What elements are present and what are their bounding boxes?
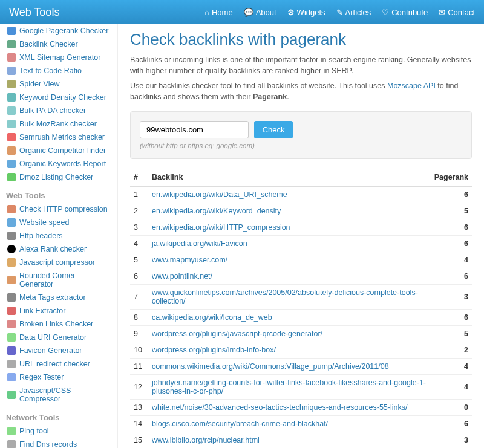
row-index: 6 <box>130 268 148 285</box>
sidebar-link[interactable]: Alexa Rank checker <box>19 245 87 253</box>
ic-js-icon <box>7 258 16 267</box>
sidebar-item[interactable]: Ping tool <box>6 424 111 438</box>
nav-home[interactable]: ⌂Home <box>204 8 233 17</box>
sidebar-link[interactable]: Find Dns records <box>19 440 77 448</box>
sidebar-link[interactable]: Text to Code Ratio <box>19 67 82 75</box>
sidebar-link[interactable]: Semrush Metrics checker <box>19 133 105 141</box>
sidebar-link[interactable]: URL redirect checker <box>19 360 90 368</box>
sidebar-item[interactable]: Keyword Density Checker <box>6 91 111 104</box>
backlink-link[interactable]: wordpress.org/plugins/javascript-qrcode-… <box>152 330 322 338</box>
sidebar-item[interactable]: Bulk PA DA checker <box>6 104 111 117</box>
sidebar-item[interactable]: Spider View <box>6 77 111 91</box>
sidebar-link[interactable]: Keyword Density Checker <box>19 93 106 102</box>
backlink-link[interactable]: ja.wikipedia.org/wiki/Favicon <box>152 239 247 248</box>
sidebar-link[interactable]: Regex Tester <box>19 373 64 381</box>
backlink-link[interactable]: www.ibiblio.org/rcip/nuclear.html <box>152 436 260 444</box>
sidebar-link[interactable]: Broken Links Checker <box>19 320 93 328</box>
sidebar-item[interactable]: Semrush Metrics checker <box>6 131 111 144</box>
sidebar-link[interactable]: Rounded Corner Generator <box>19 271 110 288</box>
sidebar-link[interactable]: Link Extractor <box>19 307 65 315</box>
main-content: Check backlinks with pagerank Backlinks … <box>118 24 484 448</box>
backlink-link[interactable]: www.pointlink.net/ <box>152 272 212 281</box>
ic-key-icon <box>7 93 16 102</box>
ic-jsc-icon <box>7 391 16 399</box>
nav-widgets[interactable]: ⚙Widgets <box>287 8 325 17</box>
sidebar-item[interactable]: Website speed <box>6 216 111 229</box>
sidebar-item[interactable]: Rounded Corner Generator <box>6 269 111 291</box>
sidebar-item[interactable]: Organic Competitor finder <box>6 144 111 157</box>
row-index: 3 <box>130 219 148 236</box>
backlink-link[interactable]: www.quickonlinetips.com/archives/2005/02… <box>152 288 418 305</box>
sidebar-item[interactable]: Bulk MozRank checker <box>6 117 111 131</box>
sidebar-item[interactable]: Javascript compressor <box>6 256 111 269</box>
sidebar-item[interactable]: Alexa Rank checker <box>6 242 111 256</box>
backlink-link[interactable]: white.net/noise/30-advanced-seo-tactics-… <box>152 403 407 412</box>
check-button[interactable]: Check <box>254 121 293 138</box>
sidebar-item[interactable]: Link Extractor <box>6 304 111 317</box>
sidebar-item[interactable]: Regex Tester <box>6 371 111 384</box>
row-index: 12 <box>130 375 148 400</box>
sidebar-link[interactable]: Backlink Checker <box>19 40 78 48</box>
sidebar-link[interactable]: Favicon Generator <box>19 346 82 355</box>
sidebar-item[interactable]: Dmoz Listing Checker <box>6 170 111 184</box>
ic-blink-icon <box>7 320 16 328</box>
ic-meta-icon <box>7 293 16 302</box>
backlink-link[interactable]: blogs.cisco.com/security/breach-crime-an… <box>152 420 328 428</box>
domain-input[interactable] <box>140 121 249 138</box>
sidebar-item[interactable]: Backlink Checker <box>6 37 111 51</box>
brand[interactable]: Web Tools <box>9 6 59 19</box>
sidebar-item[interactable]: Google Pagerank Checker <box>6 24 111 37</box>
sidebar-link[interactable]: Dmoz Listing Checker <box>19 173 93 181</box>
row-index: 5 <box>130 252 148 268</box>
backlink-link[interactable]: commons.wikimedia.org/wiki/Commons:Villa… <box>152 362 389 371</box>
backlink-link[interactable]: wordpress.org/plugins/imdb-info-box/ <box>152 346 276 354</box>
sidebar-link[interactable]: Http headers <box>19 232 63 240</box>
backlink-link[interactable]: en.wikipedia.org/wiki/Keyword_density <box>152 207 281 215</box>
sidebar-item[interactable]: Javascript/CSS Compressor <box>6 384 111 406</box>
nav-contribute[interactable]: ♡Contribute <box>382 8 428 17</box>
sidebar-item[interactable]: URL redirect checker <box>6 357 111 371</box>
backlink-link[interactable]: johndyer.name/getting-counts-for-twitter… <box>152 378 426 395</box>
sidebar-link[interactable]: Bulk PA DA checker <box>19 106 86 115</box>
sidebar-link[interactable]: Meta Tags extractor <box>19 293 86 302</box>
sidebar-link[interactable]: Javascript/CSS Compressor <box>19 386 110 403</box>
backlink-link[interactable]: en.wikipedia.org/wiki/Data_URI_scheme <box>152 190 287 199</box>
sidebar-link[interactable]: Bulk MozRank checker <box>19 120 97 128</box>
sidebar-item[interactable]: Find Dns records <box>6 438 111 448</box>
nav-label: Widgets <box>297 8 325 17</box>
sidebar-item[interactable]: Check HTTP compression <box>6 203 111 216</box>
nav-about[interactable]: 💬About <box>244 8 276 17</box>
contact-icon: ✉ <box>439 8 445 17</box>
sidebar-item[interactable]: Meta Tags extractor <box>6 291 111 304</box>
sidebar-link[interactable]: Organic Keywords Report <box>19 160 106 168</box>
sidebar-link[interactable]: Check HTTP compression <box>19 205 108 213</box>
nav-contact[interactable]: ✉Contact <box>439 8 475 17</box>
nav-articles[interactable]: ✎Articles <box>336 8 371 17</box>
ic-http-icon <box>7 205 16 213</box>
sidebar-link[interactable]: Spider View <box>19 80 59 88</box>
mozscape-link[interactable]: Mozscape API <box>387 82 436 90</box>
sidebar-item[interactable]: XML Sitemap Generator <box>6 51 111 64</box>
sidebar-item[interactable]: Http headers <box>6 229 111 242</box>
sidebar-item[interactable]: Data URI Generator <box>6 331 111 344</box>
backlink-link[interactable]: en.wikipedia.org/wiki/HTTP_compression <box>152 223 290 232</box>
row-pagerank: 6 <box>430 268 472 285</box>
sidebar-item[interactable]: Favicon Generator <box>6 344 111 357</box>
backlink-link[interactable]: ca.wikipedia.org/wiki/Icona_de_web <box>152 313 272 322</box>
sidebar-link[interactable]: Website speed <box>19 218 69 227</box>
row-pagerank: 6 <box>430 187 472 203</box>
sidebar-link[interactable]: XML Sitemap Generator <box>19 53 100 62</box>
row-index: 2 <box>130 203 148 219</box>
sidebar-link[interactable]: Data URI Generator <box>19 333 87 342</box>
sidebar-item[interactable]: Text to Code Ratio <box>6 64 111 77</box>
sidebar-link[interactable]: Javascript compressor <box>19 258 95 267</box>
row-backlink: commons.wikimedia.org/wiki/Commons:Villa… <box>148 359 430 375</box>
row-backlink: en.wikipedia.org/wiki/Data_URI_scheme <box>148 187 430 203</box>
sidebar-item[interactable]: Broken Links Checker <box>6 317 111 331</box>
sidebar-item[interactable]: Organic Keywords Report <box>6 157 111 170</box>
table-row: 11commons.wikimedia.org/wiki/Commons:Vil… <box>130 359 472 375</box>
sidebar-link[interactable]: Organic Competitor finder <box>19 146 106 155</box>
backlink-link[interactable]: www.mapmyuser.com/ <box>152 256 227 264</box>
sidebar-link[interactable]: Ping tool <box>19 427 49 435</box>
sidebar-link[interactable]: Google Pagerank Checker <box>19 27 108 35</box>
